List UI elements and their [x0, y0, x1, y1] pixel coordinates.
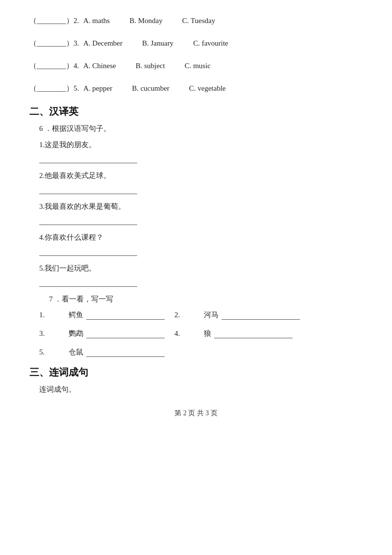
q5-optA: A. pepper	[83, 82, 112, 94]
write-blank-5[interactable]	[86, 347, 165, 357]
q3-optB: B. January	[142, 37, 173, 49]
trans-item-4: 4.你喜欢什么课程？	[29, 233, 363, 256]
write-instruction: 7 ．看一看，写一写	[49, 295, 363, 304]
write-blank-2[interactable]	[221, 310, 300, 320]
q3-num: （________）3.	[29, 37, 83, 49]
write-label-1: 鳄鱼	[69, 310, 83, 320]
q2-optA: A. maths	[83, 15, 110, 26]
write-num-2: 2.	[174, 311, 204, 319]
q5-optB: B. cucumber	[132, 82, 170, 94]
q4-num: （________）4.	[29, 60, 83, 72]
write-label-2: 河马	[204, 310, 219, 320]
q5-optC: C. vegetable	[189, 82, 226, 94]
q4-optA: A. Chinese	[83, 60, 116, 72]
write-blank-1[interactable]	[86, 310, 165, 320]
write-label-3: 鹦鹉	[69, 329, 83, 338]
question-row-5: （________）5. A. pepper B. cucumber C. ve…	[29, 82, 363, 94]
connect-instruction: 连词成句。	[39, 385, 363, 394]
trans-item-1: 1.这是我的朋友。	[29, 140, 363, 163]
answer-line-1[interactable]	[39, 152, 137, 163]
write-num-1: 1.	[39, 311, 69, 319]
trans-item-2: 2.他最喜欢美式足球。	[29, 171, 363, 194]
answer-line-3[interactable]	[39, 214, 137, 225]
write-num-4: 4.	[174, 329, 204, 338]
q3-optC: C. favourite	[193, 37, 228, 49]
q4-optC: C. music	[185, 60, 211, 72]
q5-num: （________）5.	[29, 82, 83, 94]
section2-instruction: 6 ．根据汉语写句子。	[39, 124, 363, 133]
q2-optC: C. Tuesday	[182, 15, 216, 26]
answer-line-2[interactable]	[39, 183, 137, 194]
answer-line-4[interactable]	[39, 245, 137, 256]
write-blank-3[interactable]	[86, 328, 165, 338]
trans-item-5: 5.我们一起玩吧。	[29, 264, 363, 287]
write-label-4: 狼	[204, 329, 211, 338]
write-label-5: 仓鼠	[69, 348, 83, 357]
write-blank-4[interactable]	[214, 328, 293, 338]
q2-num: （________）2.	[29, 15, 83, 26]
answer-line-5[interactable]	[39, 276, 137, 287]
write-row-3: 5. 仓鼠	[39, 347, 363, 357]
page-number: 第 2 页 共 3 页	[29, 409, 363, 418]
write-num-3: 3.	[39, 329, 69, 338]
q4-optB: B. subject	[136, 60, 165, 72]
question-row-4: （________）4. A. Chinese B. subject C. mu…	[29, 60, 363, 72]
question-row-3: （________）3. A. December B. January C. f…	[29, 37, 363, 49]
write-section: 7 ．看一看，写一写 1. 鳄鱼 2. 河马 3. 鹦鹉 4. 狼 5. 仓鼠	[39, 295, 363, 357]
write-num-5: 5.	[39, 348, 69, 356]
section3-title: 三、连词成句	[29, 366, 363, 379]
question-row-2: （________）2. A. maths B. Monday C. Tuesd…	[29, 15, 363, 26]
q3-optA: A. December	[83, 37, 122, 49]
write-row-1: 1. 鳄鱼 2. 河马	[39, 310, 363, 320]
q2-optB: B. Monday	[129, 15, 163, 26]
write-row-2: 3. 鹦鹉 4. 狼	[39, 328, 363, 338]
section2-title: 二、汉译英	[29, 105, 363, 118]
trans-item-3: 3.我最喜欢的水果是葡萄。	[29, 202, 363, 225]
